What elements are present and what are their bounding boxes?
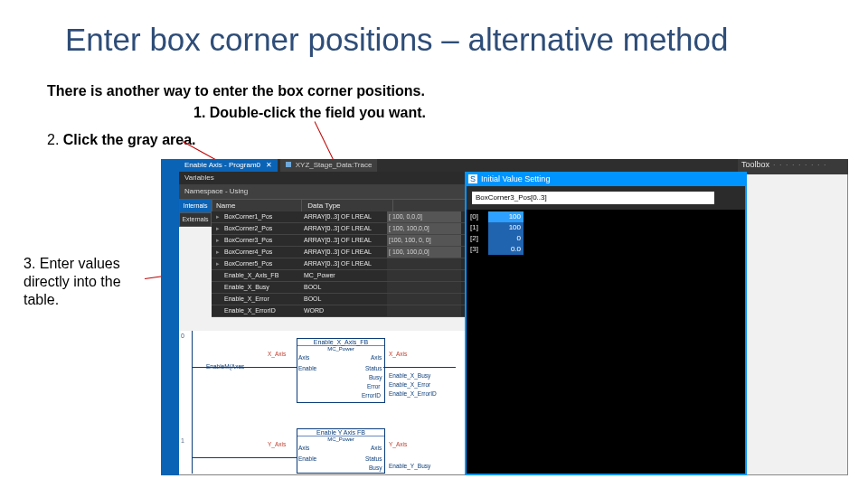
ivs-value[interactable]: 100 <box>488 211 524 222</box>
fb-type-name: MC_Power <box>297 346 384 352</box>
ivs-value[interactable]: 0 <box>488 233 524 244</box>
ivs-body: BoxCorner3_Pos[0..3] [0]100 [1]100 [2]0 … <box>467 186 745 474</box>
tab-externals[interactable]: Externals <box>179 212 212 227</box>
window-icon: S <box>468 174 477 183</box>
col-name[interactable]: Name <box>212 200 302 212</box>
col-type[interactable]: Data Type <box>304 200 393 212</box>
cell-name: Enable_X_Busy <box>222 282 302 293</box>
tab-label: Enable Axis - Program0 <box>184 161 260 169</box>
table-row[interactable]: ▸BoxCorner5_PosARRAY[0..3] OF LREAL <box>212 258 465 270</box>
table-row[interactable]: ▸BoxCorner4_PosARRAY[0..3] OF LREAL[ 100… <box>212 247 465 258</box>
signal-label: Enable_X_ErrorID <box>389 390 437 397</box>
signal-label: X_Axis <box>389 351 407 357</box>
ivs-value[interactable]: 0.0 <box>488 244 524 255</box>
cell-type: ARRAY[0..3] OF LREAL <box>302 223 387 234</box>
ivs-row[interactable]: [0]100 <box>470 211 524 222</box>
rung-number: 0 <box>181 333 184 339</box>
cell-type: BOOL <box>302 282 387 293</box>
ivs-index: [2] <box>470 233 488 244</box>
cell-init[interactable] <box>387 270 461 281</box>
step-2-text: Click the gray area. <box>59 132 195 147</box>
tab-xyz-trace[interactable]: XYZ_Stage_Data:Trace <box>280 159 378 172</box>
cell-name: BoxCorner2_Pos <box>222 223 302 234</box>
step-1: 1. Double-click the field you want. <box>193 105 426 121</box>
tab-label: XYZ_Stage_Data:Trace <box>296 161 373 169</box>
cell-name: Enable_X_Axis_FB <box>222 270 302 281</box>
cell-init[interactable]: [ 100, 100,0,0] <box>387 247 461 258</box>
table-row[interactable]: Enable_X_Axis_FBMC_Power <box>212 270 465 282</box>
cell-init[interactable] <box>387 294 461 305</box>
fb-pin: Enable <box>298 455 316 462</box>
cell-type: ARRAY[0..3] OF LREAL <box>302 211 387 222</box>
fb-pin: Axis <box>371 445 382 451</box>
fb-pin: ErrorID <box>362 392 381 399</box>
fb-pin: Status <box>365 455 382 462</box>
step-2-number: 2. <box>47 132 59 147</box>
fb-pin: Busy <box>369 465 382 471</box>
ivs-index: [3] <box>470 244 488 255</box>
signal-label: Enable_X_Busy <box>389 372 430 379</box>
signal-label: X_Axis <box>268 351 286 357</box>
ivs-value-grid: [0]100 [1]100 [2]0 [3]0.0 <box>467 210 745 474</box>
variable-table: ▸BoxCorner1_PosARRAY[0..3] OF LREAL[ 100… <box>212 211 465 317</box>
signal-label: Y_Axis <box>268 441 286 447</box>
wire <box>192 457 297 458</box>
editor-tab-bar: Enable Axis - Program0 ✕ XYZ_Stage_Data:… <box>179 159 747 172</box>
tab-internals[interactable]: Internals <box>179 199 212 213</box>
table-row[interactable]: ▸BoxCorner1_PosARRAY[0..3] OF LREAL[ 100… <box>212 211 465 223</box>
ivs-index: [1] <box>470 222 488 233</box>
toolbox-panel-header[interactable]: Toolbox· · · · · · · · · <box>738 159 848 174</box>
ladder-diagram: 0 1 Enable_X_Axis_FB MC_Power Axis Axis … <box>179 331 465 474</box>
cell-init[interactable]: [ 100, 0,0,0] <box>387 211 461 222</box>
ivs-path-field[interactable]: BoxCorner3_Pos[0..3] <box>472 192 714 204</box>
fb-pin: Busy <box>369 374 382 380</box>
signal-label: Enable_Y_Busy <box>389 463 430 469</box>
table-row[interactable]: Enable_X_ErrorBOOL <box>212 294 465 305</box>
cell-name: Enable_X_Error <box>222 294 302 305</box>
cell-name: BoxCorner1_Pos <box>222 211 302 222</box>
cell-type: MC_Power <box>302 270 387 281</box>
table-row[interactable]: ▸BoxCorner3_PosARRAY[0..3] OF LREAL[100,… <box>212 235 465 247</box>
cell-init[interactable] <box>387 282 461 293</box>
cell-type: WORD <box>302 305 387 316</box>
table-row[interactable]: ▸BoxCorner2_PosARRAY[0..3] OF LREAL[ 100… <box>212 223 465 235</box>
ivs-title-text: Initial Value Setting <box>481 174 550 183</box>
fb-pin: Error <box>367 383 380 389</box>
rung-number: 1 <box>181 437 184 444</box>
cell-type: ARRAY[0..3] OF LREAL <box>302 247 387 258</box>
ivs-index: [0] <box>470 211 488 222</box>
cell-init[interactable] <box>387 258 461 269</box>
cell-type: ARRAY[0..3] OF LREAL <box>302 235 387 246</box>
namespace-header[interactable]: Namespace - Using <box>179 184 470 199</box>
ide-screenshot: Enable Axis - Program0 ✕ XYZ_Stage_Data:… <box>161 159 848 475</box>
step-2: 2. Click the gray area. <box>47 132 196 148</box>
ivs-value[interactable]: 100 <box>488 222 524 233</box>
close-icon[interactable]: ✕ <box>266 161 272 169</box>
toolbox-label: Toolbox <box>741 160 769 169</box>
fb-pin: Axis <box>298 445 309 451</box>
cell-init[interactable]: [ 100, 100,0,0] <box>387 223 461 234</box>
slide-title: Enter box corner positions – alternative… <box>65 22 728 58</box>
wire <box>383 367 456 368</box>
cell-name: BoxCorner3_Pos <box>222 235 302 246</box>
ivs-titlebar[interactable]: SInitial Value Setting <box>465 172 747 186</box>
ivs-row[interactable]: [2]0 <box>470 233 524 244</box>
table-row[interactable]: Enable_X_ErrorIDWORD <box>212 305 465 317</box>
cell-init[interactable] <box>387 305 461 316</box>
dots-icon: · · · · · · · · · <box>773 160 827 169</box>
cell-name: BoxCorner5_Pos <box>222 258 302 269</box>
cell-name: BoxCorner4_Pos <box>222 247 302 258</box>
tab-enable-axis[interactable]: Enable Axis - Program0 ✕ <box>179 159 278 172</box>
fb-pin: Status <box>365 365 382 371</box>
variables-header[interactable]: Variables <box>179 172 470 184</box>
fb-instance-name: Enable Y Axis FB <box>297 429 384 436</box>
cell-type: BOOL <box>302 294 387 305</box>
variable-scope-tabs: Internals Externals <box>179 199 212 226</box>
cell-init[interactable]: [100, 100, 0, 0] <box>387 235 461 246</box>
signal-label: Y_Axis <box>389 441 407 447</box>
ivs-row[interactable]: [1]100 <box>470 222 524 233</box>
table-row[interactable]: Enable_X_BusyBOOL <box>212 282 465 294</box>
ivs-row[interactable]: [3]0.0 <box>470 244 524 255</box>
initial-value-setting-panel: SInitial Value Setting BoxCorner3_Pos[0.… <box>465 172 747 475</box>
fb-type-name: MC_Power <box>297 436 384 442</box>
